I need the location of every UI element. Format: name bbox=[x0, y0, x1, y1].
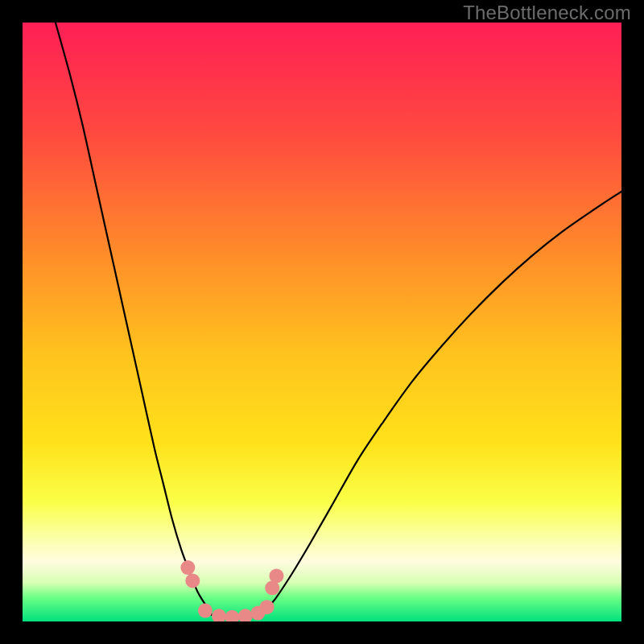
curve-marker bbox=[260, 600, 275, 614]
curve-marker bbox=[269, 568, 283, 583]
curve-marker bbox=[185, 573, 200, 588]
curve-marker bbox=[180, 560, 195, 575]
chart-frame: TheBottleneck.com bbox=[0, 0, 644, 644]
gradient-background bbox=[23, 23, 621, 621]
bottleneck-chart bbox=[23, 23, 621, 621]
watermark-text: TheBottleneck.com bbox=[463, 2, 631, 24]
curve-marker bbox=[198, 604, 213, 618]
